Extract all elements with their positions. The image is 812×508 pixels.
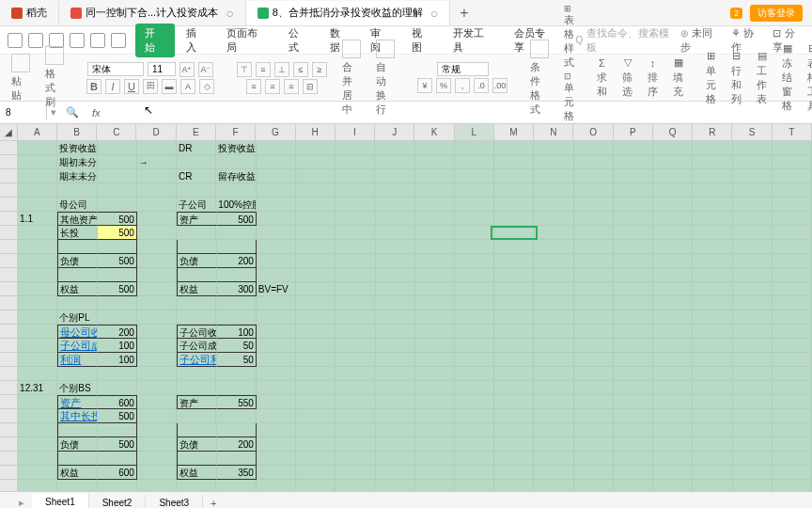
cell[interactable] <box>98 381 137 395</box>
cell[interactable] <box>336 212 375 226</box>
cell[interactable] <box>137 353 177 367</box>
cell[interactable] <box>494 310 534 325</box>
cell[interactable] <box>18 268 57 282</box>
col-header[interactable]: M <box>494 124 534 141</box>
sheet-tab-2[interactable]: Sheet2 <box>89 495 147 508</box>
cell[interactable] <box>415 480 455 491</box>
cell[interactable]: 期初未分配利润 <box>57 155 97 169</box>
cell[interactable] <box>257 296 296 310</box>
cell[interactable] <box>534 409 573 423</box>
cell[interactable] <box>18 226 57 240</box>
cell[interactable] <box>455 296 494 310</box>
cell[interactable]: 子公司利润 <box>177 353 216 367</box>
cell[interactable] <box>376 240 415 254</box>
cell[interactable] <box>177 155 216 169</box>
cell[interactable] <box>693 423 732 437</box>
cell[interactable]: 负债 <box>57 254 97 268</box>
cell[interactable] <box>296 212 336 226</box>
cell[interactable] <box>733 141 773 155</box>
cell[interactable] <box>773 169 812 183</box>
cell[interactable] <box>574 310 614 325</box>
cell[interactable] <box>455 282 494 296</box>
cell[interactable] <box>216 155 256 169</box>
cell[interactable] <box>376 437 415 452</box>
cell[interactable]: 12.31 <box>18 381 57 395</box>
cell[interactable] <box>257 466 296 480</box>
cell[interactable] <box>296 423 336 437</box>
cell[interactable] <box>376 254 415 268</box>
cell[interactable] <box>137 480 177 491</box>
cell[interactable] <box>98 452 137 466</box>
close-icon[interactable]: ○ <box>430 6 438 21</box>
cell[interactable] <box>693 169 732 183</box>
cell[interactable] <box>693 296 732 310</box>
cell[interactable] <box>773 339 812 353</box>
cell[interactable]: 550 <box>217 395 257 409</box>
cell[interactable] <box>336 353 375 367</box>
cell[interactable] <box>574 339 614 353</box>
cell[interactable] <box>336 381 375 395</box>
cell[interactable] <box>494 466 534 480</box>
cell[interactable]: 负债 <box>57 437 97 452</box>
cell[interactable] <box>257 423 296 437</box>
cell[interactable] <box>614 339 653 353</box>
cell[interactable] <box>455 310 494 325</box>
cell[interactable] <box>732 409 772 423</box>
align-center[interactable]: ≡ <box>265 79 280 94</box>
cell[interactable] <box>773 155 812 169</box>
cell[interactable] <box>693 325 732 339</box>
undo-icon[interactable] <box>90 33 105 48</box>
cell[interactable] <box>574 169 614 183</box>
cell[interactable] <box>217 423 257 437</box>
cell[interactable] <box>733 268 773 282</box>
cell[interactable]: 其他资产 <box>57 212 97 226</box>
cell[interactable] <box>574 240 614 254</box>
cell[interactable]: 个别PL <box>57 310 97 325</box>
preview-icon[interactable] <box>70 33 85 48</box>
sheet-tab-1[interactable]: Sheet1 <box>32 494 89 508</box>
format-select[interactable] <box>437 62 489 76</box>
cell[interactable]: 资产 <box>177 212 216 226</box>
cell[interactable] <box>773 212 812 226</box>
cell[interactable] <box>494 198 534 212</box>
cell[interactable] <box>177 240 216 254</box>
cell[interactable] <box>455 466 494 480</box>
cell-button[interactable]: ⊞单元格 <box>702 50 720 106</box>
cell[interactable]: 200 <box>217 437 257 452</box>
cell[interactable] <box>376 212 415 226</box>
freeze-button[interactable]: ▦冻结窗格 <box>778 42 796 113</box>
cell[interactable] <box>57 268 97 282</box>
cell[interactable] <box>653 437 693 452</box>
cell[interactable] <box>653 169 693 183</box>
file-icon[interactable] <box>8 33 23 48</box>
cell[interactable]: 投资收益 <box>57 141 97 155</box>
cell[interactable] <box>534 268 573 282</box>
cell[interactable] <box>18 282 57 296</box>
cell[interactable] <box>415 367 455 381</box>
cell[interactable] <box>18 423 57 437</box>
cell[interactable] <box>296 437 336 452</box>
cell[interactable] <box>693 409 732 423</box>
cell[interactable] <box>574 466 614 480</box>
ws-button[interactable]: ▤工作表 <box>753 50 771 106</box>
cell[interactable] <box>494 240 534 254</box>
cell[interactable] <box>733 367 773 381</box>
cell[interactable]: 其中长投 <box>57 409 97 423</box>
cell[interactable] <box>336 240 375 254</box>
col-header[interactable]: E <box>177 124 216 141</box>
cell[interactable] <box>415 339 455 353</box>
cell[interactable]: 负债 <box>177 437 216 452</box>
cell[interactable] <box>296 310 336 325</box>
cell[interactable] <box>733 480 773 491</box>
cell[interactable] <box>415 452 455 466</box>
cell[interactable] <box>733 183 773 198</box>
cell[interactable] <box>257 395 296 409</box>
cell[interactable] <box>177 310 216 325</box>
cell[interactable] <box>614 423 653 437</box>
cell[interactable] <box>733 452 773 466</box>
col-header[interactable]: Q <box>653 124 693 141</box>
cell[interactable] <box>296 183 336 198</box>
cell[interactable] <box>574 381 614 395</box>
cell[interactable] <box>257 141 296 155</box>
cell[interactable] <box>177 452 216 466</box>
